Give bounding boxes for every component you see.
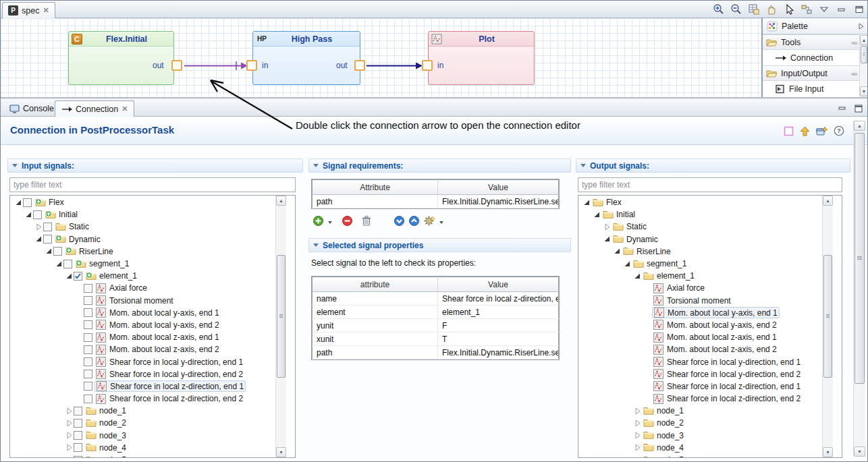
new-wizard-icon[interactable] (816, 126, 828, 139)
move-down-icon[interactable] (394, 215, 405, 229)
scroll-down-icon[interactable]: ▼ (860, 86, 868, 96)
twistie-open-icon[interactable] (613, 247, 622, 256)
tree-item[interactable]: element_1 (578, 270, 842, 282)
twistie-closed-icon[interactable] (65, 407, 74, 415)
form-scrollbar[interactable]: ▲ ▼ (853, 121, 865, 457)
tree-item[interactable]: Initial (10, 208, 295, 221)
tree-item[interactable]: Torsional moment (578, 295, 842, 307)
checkbox[interactable] (33, 210, 42, 219)
checkbox[interactable] (74, 443, 82, 452)
zoom-in-icon[interactable] (712, 3, 726, 16)
checkbox[interactable] (84, 370, 92, 378)
input-filter-field[interactable] (9, 177, 296, 192)
tab-console[interactable]: Console (3, 100, 60, 117)
tree-item[interactable]: node_4 (578, 442, 842, 454)
checkbox[interactable] (84, 284, 92, 293)
tree-item[interactable]: RiserLine (578, 246, 842, 258)
minimize-icon[interactable] (835, 3, 848, 16)
configure-menu-icon[interactable] (439, 221, 443, 224)
maximize-icon[interactable] (852, 3, 866, 16)
port-plot-in[interactable] (422, 60, 433, 71)
tree-item[interactable]: Axial force (10, 282, 295, 294)
twistie-closed-icon[interactable] (65, 443, 74, 452)
checkbox[interactable] (43, 223, 52, 231)
tree-item[interactable]: node_5 (578, 454, 842, 458)
tree-item[interactable]: Shear force in local z-direction, end 2 (10, 393, 295, 405)
tree-item[interactable]: Flex (10, 196, 295, 208)
tree-item[interactable]: Axial force (578, 282, 842, 294)
twistie-closed-icon[interactable] (633, 431, 642, 440)
checkbox[interactable] (84, 333, 92, 342)
add-menu-icon[interactable] (328, 221, 332, 224)
palette-item-file-input[interactable]: File Input (763, 81, 860, 96)
palette-item-connection[interactable]: Connection (763, 50, 860, 65)
move-up-icon[interactable] (408, 215, 420, 229)
promote-arrow-icon[interactable] (800, 126, 810, 139)
twistie-open-icon[interactable] (582, 198, 591, 207)
diagram-canvas[interactable]: C Flex.Initial HP High Pass Plot (1, 18, 762, 97)
tree-item[interactable]: Dynamic (10, 233, 295, 246)
view-menu-icon[interactable] (817, 3, 831, 16)
tree-item[interactable]: Mom. about local y-axis, end 2 (10, 319, 295, 331)
tree-item[interactable]: Initial (578, 208, 842, 221)
twistie-open-icon[interactable] (24, 210, 33, 219)
minimize-view-icon[interactable] (838, 103, 847, 115)
checkbox[interactable] (84, 308, 92, 317)
twistie-open-icon[interactable] (34, 235, 43, 243)
palette-scrollbar[interactable]: ▲ ▼ (859, 35, 868, 96)
properties-table[interactable]: attribute Value nameShear force in local… (311, 276, 560, 360)
twistie-closed-icon[interactable] (633, 443, 642, 452)
tab-spec[interactable]: P spec ✕ (2, 2, 55, 18)
tree-item[interactable]: Shear force in local y-direction, end 1 (578, 355, 842, 368)
tree-item[interactable]: RiserLine (10, 246, 295, 258)
twistie-open-icon[interactable] (55, 260, 63, 268)
tree-item[interactable]: element_1 (10, 270, 295, 282)
zoom-out-icon[interactable] (730, 3, 743, 16)
tree-item[interactable]: Mom. about local z-axis, end 1 (10, 331, 295, 343)
tree-item[interactable]: node_4 (10, 442, 295, 454)
checkbox[interactable] (84, 382, 92, 391)
tree-item[interactable]: Static (10, 221, 295, 233)
twistie-down-icon[interactable] (580, 164, 586, 167)
tree-item[interactable]: Shear force in local z-direction, end 2 (578, 393, 842, 405)
checkbox[interactable] (84, 345, 92, 354)
scroll-up-icon[interactable]: ▲ (860, 35, 868, 45)
tree-item[interactable]: node_3 (578, 430, 842, 442)
pin-drawer-icon[interactable]: «« (851, 38, 857, 47)
scroll-up-icon[interactable]: ▲ (276, 196, 286, 206)
checkbox[interactable] (74, 407, 82, 415)
block-plot[interactable]: Plot (428, 31, 535, 85)
tree-item[interactable]: Mom. about local z-axis, end 2 (578, 343, 842, 355)
twistie-down-icon[interactable] (313, 243, 319, 247)
twistie-closed-icon[interactable] (34, 223, 43, 231)
input-signals-tree[interactable]: FlexInitialStaticDynamicRiserLinesegment… (9, 195, 296, 458)
tree-item[interactable]: node_1 (578, 405, 842, 417)
twistie-down-icon[interactable] (313, 164, 319, 167)
table-row[interactable]: yunitF (313, 319, 559, 333)
checkbox[interactable] (74, 272, 82, 281)
twistie-open-icon[interactable] (593, 210, 601, 219)
close-icon[interactable]: ✕ (121, 105, 128, 113)
tree-item[interactable]: node_1 (10, 405, 295, 417)
tree-item[interactable]: Torsional moment (10, 295, 295, 307)
checkbox[interactable] (23, 198, 32, 207)
help-icon[interactable]: ? (834, 125, 844, 139)
tree-item[interactable]: Mom. about local y-axis, end 1 (10, 307, 295, 319)
tree-item[interactable]: node_3 (10, 430, 295, 442)
twistie-open-icon[interactable] (623, 260, 632, 268)
input-tree-scrollbar[interactable]: ▲ ▼ (275, 196, 286, 457)
tree-item[interactable]: Shear force in local y-direction, end 1 (10, 355, 295, 368)
tree-item[interactable]: Mom. about local z-axis, end 2 (10, 343, 295, 355)
configure-gear-icon[interactable] (423, 215, 435, 229)
outline-icon[interactable] (747, 3, 761, 16)
checkbox[interactable] (74, 431, 82, 440)
collapse-palette-icon[interactable] (858, 22, 865, 30)
tree-item[interactable]: Shear force in local y-direction, end 2 (10, 368, 295, 380)
tree-item[interactable]: node_5 (10, 454, 295, 458)
section-input-signals[interactable]: Input signals: (7, 158, 303, 173)
twistie-closed-icon[interactable] (603, 223, 612, 231)
palette-drawer-tools[interactable]: Tools «« (763, 34, 860, 50)
checkbox[interactable] (84, 296, 92, 305)
tree-item[interactable]: Mom. about local z-axis, end 1 (578, 331, 842, 343)
output-signals-tree[interactable]: FlexInitialStaticDynamicRiserLinesegment… (578, 195, 842, 458)
